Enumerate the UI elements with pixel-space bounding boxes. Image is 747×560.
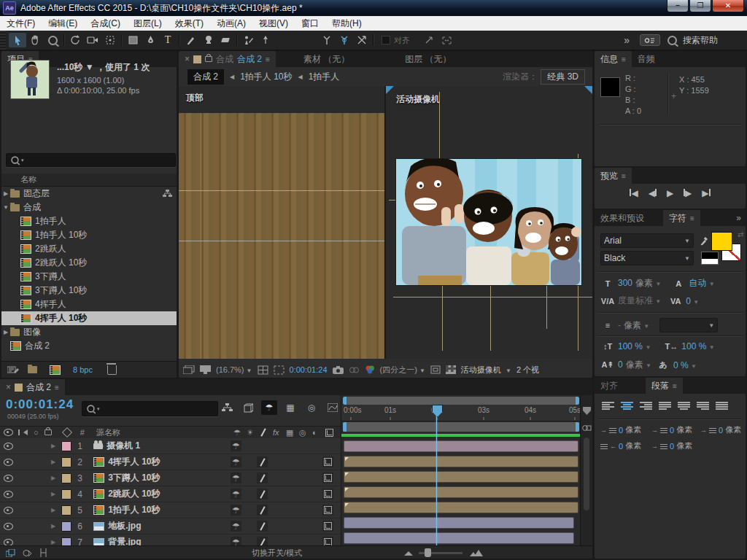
channel-colors-icon[interactable] bbox=[365, 365, 375, 374]
project-item-images-folder[interactable]: ▶ 图像 bbox=[1, 325, 177, 339]
minimize-button[interactable]: – bbox=[667, 0, 689, 12]
comp-marker-bin-icon[interactable] bbox=[583, 407, 591, 415]
layer-row-comp[interactable]: ▶ 2 4挥手人 10秒 ☂ bbox=[0, 454, 341, 470]
renderer-value[interactable]: 经典 3D bbox=[541, 69, 585, 85]
lock-icon[interactable] bbox=[205, 56, 212, 62]
project-item-comp[interactable]: 3下蹲人 10秒 bbox=[1, 284, 177, 298]
paragraph-tab[interactable]: 段落≡ bbox=[646, 378, 683, 394]
audio-column-icon[interactable] bbox=[20, 429, 28, 435]
shape-tool[interactable] bbox=[124, 33, 142, 47]
pen-tool[interactable] bbox=[142, 33, 159, 47]
layer-visibility-toggle[interactable] bbox=[4, 523, 13, 530]
layer-quality-toggle[interactable] bbox=[257, 472, 268, 483]
menu-composition[interactable]: 合成(C) bbox=[84, 16, 127, 31]
title-bar[interactable]: Ae Adobe After Effects CC 2015 - D:\桌面\C… bbox=[0, 0, 747, 16]
project-item-solids-folder[interactable]: ▶ 固态层 bbox=[1, 187, 177, 201]
safe-margins-icon[interactable] bbox=[274, 365, 285, 375]
time-navigator[interactable] bbox=[343, 397, 579, 405]
layer-label-chip[interactable] bbox=[61, 457, 71, 467]
stroke-style-select[interactable]: ▼ bbox=[659, 318, 718, 332]
effects-column-icon[interactable]: fx bbox=[273, 428, 279, 437]
layer-expand-arrow[interactable]: ▶ bbox=[51, 491, 55, 497]
layer-expand-arrow[interactable]: ▶ bbox=[51, 443, 55, 449]
layer-bar[interactable] bbox=[344, 532, 574, 544]
layer-shy-toggle[interactable]: ☂ bbox=[231, 440, 241, 451]
menu-window[interactable]: 窗口 bbox=[295, 16, 325, 31]
layer-name[interactable]: 摄像机 1 bbox=[107, 440, 140, 452]
mask-visibility-icon[interactable] bbox=[438, 33, 455, 47]
view-axis-mode[interactable] bbox=[353, 33, 371, 47]
flowchart-icon[interactable] bbox=[163, 190, 172, 198]
local-axis-mode[interactable] bbox=[318, 33, 336, 47]
threed-column-icon[interactable] bbox=[325, 429, 333, 437]
toggle-switches-modes-button[interactable]: 切换开关/模式 bbox=[252, 548, 302, 559]
resize-handles-icon[interactable] bbox=[420, 33, 438, 47]
comp-marker-icon[interactable] bbox=[582, 424, 592, 432]
search-options-caret[interactable]: ▾ bbox=[21, 158, 24, 163]
next-frame-button[interactable]: ▶ bbox=[684, 188, 692, 198]
menu-edit[interactable]: 编辑(E) bbox=[42, 16, 84, 31]
zoom-tool[interactable] bbox=[44, 33, 61, 47]
layer-bar[interactable] bbox=[344, 456, 578, 467]
layer-quality-toggle[interactable] bbox=[257, 489, 268, 499]
pan-behind-tool[interactable] bbox=[101, 33, 119, 47]
justify-last-left-button[interactable] bbox=[659, 401, 671, 411]
character-tab[interactable]: 字符≡ bbox=[663, 210, 700, 226]
layer-row-comp[interactable]: ▶ 4 2跳跃人 10秒 ☂ bbox=[0, 486, 341, 502]
solo-column-icon[interactable]: ○ bbox=[34, 428, 39, 437]
world-axis-mode[interactable] bbox=[336, 33, 353, 47]
fill-color-swatch[interactable] bbox=[711, 232, 732, 251]
layer-expand-arrow[interactable]: ▶ bbox=[51, 475, 55, 481]
navigator-start-handle[interactable] bbox=[343, 397, 347, 405]
shy-toggle-icon[interactable]: ☂ bbox=[261, 400, 277, 415]
eyedropper-icon[interactable] bbox=[700, 236, 708, 246]
project-item-comp[interactable]: 1拍手人 bbox=[1, 214, 177, 228]
hand-tool[interactable] bbox=[26, 33, 44, 47]
space-before-field[interactable]: ←0像素 bbox=[600, 440, 641, 451]
project-item-comp2[interactable]: 合成 2 bbox=[1, 339, 177, 353]
layer-row-camera[interactable]: ▶ 1 摄像机 1 ☂ bbox=[0, 438, 341, 454]
expand-transfer-controls-icon[interactable] bbox=[23, 549, 32, 557]
current-timecode[interactable]: 0:00:01:24 bbox=[6, 397, 74, 412]
last-frame-button[interactable]: ▶ bbox=[702, 188, 710, 198]
unified-camera-tool[interactable] bbox=[84, 33, 101, 47]
layer-bar-camera[interactable] bbox=[344, 440, 578, 452]
tracking-select[interactable]: 0 ▼ bbox=[686, 296, 699, 306]
always-preview-icon[interactable] bbox=[183, 365, 195, 374]
video-column-icon[interactable] bbox=[4, 429, 13, 436]
close-button[interactable]: ✕ bbox=[712, 0, 744, 12]
audio-tab[interactable]: 音频 bbox=[632, 51, 661, 67]
close-tab-icon[interactable]: × bbox=[6, 382, 11, 392]
expand-inout-icon[interactable] bbox=[39, 548, 47, 557]
crumb-comp[interactable]: 1拍手人 bbox=[309, 71, 340, 83]
menu-effect[interactable]: 效果(T) bbox=[169, 16, 210, 31]
layer-3d-toggle[interactable] bbox=[322, 472, 333, 483]
playhead-line[interactable] bbox=[436, 405, 437, 545]
project-item-comp[interactable]: 2跳跃人 bbox=[1, 242, 177, 256]
timeline-zoom-slider[interactable] bbox=[419, 552, 462, 554]
help-search[interactable]: 搜索帮助 bbox=[667, 34, 718, 47]
align-left-button[interactable] bbox=[602, 401, 614, 411]
layer-expand-arrow[interactable]: ▶ bbox=[51, 539, 55, 545]
layer-visibility-toggle[interactable] bbox=[4, 475, 13, 482]
restore-button[interactable]: ❐ bbox=[689, 0, 711, 12]
layer-label-chip[interactable] bbox=[61, 441, 71, 451]
panel-menu-icon[interactable]: ≡ bbox=[266, 55, 270, 63]
draft-3d-icon[interactable] bbox=[240, 400, 256, 415]
motion-blur-column-icon[interactable]: ◎ bbox=[299, 428, 306, 438]
resolution-select[interactable]: (四分之一) ▼ bbox=[380, 365, 425, 376]
layer-shy-toggle[interactable]: ☂ bbox=[231, 521, 241, 532]
label-column-icon[interactable] bbox=[62, 427, 72, 438]
layer-row-image[interactable]: ▶ 6 地板.jpg ☂ bbox=[0, 518, 341, 534]
layer-visibility-toggle[interactable] bbox=[4, 459, 13, 466]
layer-bar[interactable] bbox=[344, 486, 578, 498]
rotate-tool[interactable] bbox=[66, 33, 84, 47]
layer-name[interactable]: 地板.jpg bbox=[108, 520, 141, 532]
layer-name[interactable]: 3下蹲人 10秒 bbox=[108, 472, 160, 484]
layer-shy-toggle[interactable]: ☂ bbox=[231, 472, 241, 483]
panel-menu-icon[interactable]: ≡ bbox=[622, 172, 626, 180]
layer-bar[interactable] bbox=[344, 517, 574, 529]
space-after-field[interactable]: →0像素 bbox=[651, 440, 692, 451]
grid-guides-icon[interactable] bbox=[258, 365, 268, 375]
clone-stamp-tool[interactable] bbox=[199, 33, 217, 47]
